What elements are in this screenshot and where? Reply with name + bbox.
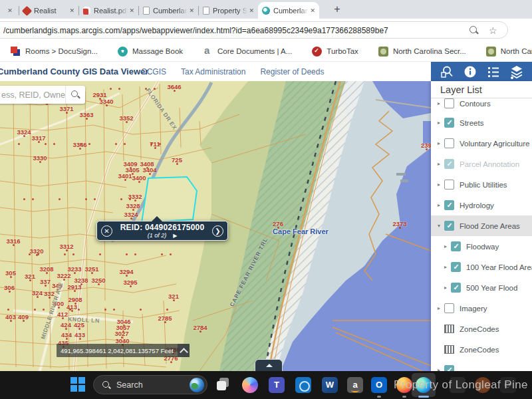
tab-close-icon[interactable]: ✕ [249,7,254,14]
layer-checkbox[interactable] [444,200,454,210]
attribute-search-icon[interactable] [439,64,455,80]
menu-link-register-of-deeds[interactable]: Register of Deeds [260,67,324,76]
legend-icon[interactable] [485,64,501,80]
phone-link-icon[interactable] [295,377,311,393]
chevron-right-icon[interactable]: ▸ [438,100,444,106]
start-button-icon[interactable] [70,377,86,393]
popup-close-button[interactable]: ✕ [101,225,112,237]
popup-body: REID: 0449026175000 (1 of 2)▶ [112,223,212,239]
browser-tab-active[interactable]: Cumberland Coun✕ [258,2,319,19]
menu-link-ccgis[interactable]: CCGIS [141,67,166,76]
copilot-icon[interactable] [242,377,258,393]
chevron-right-icon[interactable]: ▸ [438,120,444,126]
coordinate-readout: 491,965.398461 2,042,081.135757 Feet [57,347,178,354]
popup-pager: (1 of 2)▶ [112,232,212,239]
search-icon[interactable] [65,86,85,104]
play-icon[interactable]: ▶ [173,233,177,239]
layer-checkbox[interactable] [444,159,454,169]
map-search-input[interactable]: ess, REID, Owne [0,90,65,100]
layer-row-public-utilities[interactable]: ▸Public Utilities [431,174,532,195]
bookmarks-bar: Rooms > DocuSign...Massage BookCore Docu… [0,41,532,62]
browser-tab[interactable]: Cumberland Coun✕ [139,3,198,19]
bookmark-item[interactable]: TurboTax [312,47,358,57]
popup-next-button[interactable]: ❯ [212,225,223,237]
layer-label: Flood Zone Areas [460,222,520,230]
layer-checkbox[interactable] [444,138,454,148]
outlook-icon[interactable]: O [371,377,387,393]
task-view-icon[interactable] [217,377,233,393]
layer-checkbox[interactable] [451,283,461,293]
widget-toolbar [431,62,532,81]
layer-label: ZoneCodes [460,346,499,354]
selected-parcel-highlight[interactable] [142,177,197,223]
tab-close-icon[interactable]: ✕ [7,7,13,14]
info-icon[interactable] [462,64,478,80]
browser-tab[interactable]: Property Summary✕ [199,3,258,19]
layer-checkbox[interactable] [444,180,454,190]
layer-row-imagery[interactable]: ▸Imagery [431,298,532,319]
layer-label: Public Utilities [460,181,507,189]
new-tab-button[interactable]: + [331,3,344,16]
layer-row-inner: ▸Voluntary Agriculture Dist [438,138,532,148]
layer-checkbox[interactable] [444,303,454,313]
tab-title: Cumberland Coun [153,7,188,15]
bookmark-star-icon[interactable]: ☆ [489,25,499,36]
layer-row-zonecodes[interactable]: ZoneCodes [431,319,532,339]
layer-row[interactable]: ▸ [431,360,532,371]
browser-tab[interactable]: ✕ [0,3,19,19]
layer-row-voluntary-agriculture-dist[interactable]: ▸Voluntary Agriculture Dist [431,133,532,154]
chevron-right-icon[interactable]: ▸ [438,161,444,167]
layer-row-streets[interactable]: ▸Streets [431,112,532,133]
popup-pager-text: (1 of 2) [148,232,167,239]
layer-row-flood-zone-areas[interactable]: ▾Flood Zone Areas [431,215,532,236]
bookmark-item[interactable]: North Carolina Secr... [486,47,532,57]
amazon-icon[interactable]: a [347,377,363,393]
bookmark-item[interactable]: Rooms > DocuSign... [11,47,98,57]
tab-close-icon[interactable]: ✕ [310,7,315,14]
layer-row-500-year-flood[interactable]: ▸500 Year Flood [431,277,532,298]
chevron-down-icon[interactable]: ▾ [438,223,444,229]
attribute-table-tab[interactable] [255,359,283,371]
menu-link-tax-administration[interactable]: Tax Administration [181,67,245,76]
layer-row-100-year-flood-area[interactable]: ▸100 Year Flood Area [431,257,532,277]
bookmark-item[interactable]: Massage Book [118,47,183,57]
layer-row-parcel-annotation[interactable]: ▸Parcel Annotation [431,154,532,174]
layer-checkbox[interactable] [451,241,461,251]
chevron-right-icon[interactable]: ▸ [444,285,451,291]
tab-title: Cumberland Coun [273,7,309,15]
tab-close-icon[interactable]: ✕ [69,7,74,14]
layer-row-hydrology[interactable]: ▸Hydrology [431,195,532,215]
chevron-right-icon[interactable]: ▸ [438,202,444,208]
core-a-icon [203,47,213,57]
tab-close-icon[interactable]: ✕ [129,7,134,14]
layer-row-zonecodes[interactable]: ZoneCodes [431,339,532,360]
word-icon[interactable]: W [322,377,338,393]
chevron-right-icon[interactable]: ▸ [444,264,451,270]
teams-icon[interactable]: T [269,377,285,393]
browser-tab[interactable]: Realist✕ [19,3,78,19]
layer-checkbox[interactable] [451,262,461,272]
chevron-right-icon[interactable]: ▸ [438,305,444,311]
layer-row-contours[interactable]: ▸Contours [431,98,532,112]
layer-label: Voluntary Agriculture Dist [460,140,532,148]
layer-list-title: Layer List [431,81,532,98]
layer-row-floodway[interactable]: ▸Floodway [431,236,532,257]
bookmark-label: Core Documents | A... [217,47,292,55]
url-text[interactable]: /cumberlandgis.maps.arcgis.com/apps/weba… [3,26,442,35]
layer-checkbox[interactable] [444,98,454,108]
chevron-right-icon[interactable]: ▸ [444,243,451,249]
map-search-box[interactable]: ess, REID, Owne [0,86,85,104]
taskbar-search[interactable]: Search [93,375,207,394]
browser-tab[interactable]: Realist.pdf✕ [79,3,138,19]
chevron-right-icon[interactable]: ▸ [438,182,444,188]
bookmark-item[interactable]: North Carolina Secr... [378,47,466,57]
layer-checkbox[interactable] [444,118,454,128]
tab-close-icon[interactable]: ✕ [189,7,194,14]
chevron-right-icon[interactable]: ▸ [438,140,444,146]
bookmark-item[interactable]: Core Documents | A... [203,47,292,57]
coordinate-expand-icon[interactable] [178,344,190,357]
arcgis-tab-icon [262,7,270,15]
address-bar[interactable]: /cumberlandgis.maps.arcgis.com/apps/weba… [0,21,508,39]
layer-checkbox[interactable] [444,365,454,371]
layer-checkbox[interactable] [444,221,454,231]
